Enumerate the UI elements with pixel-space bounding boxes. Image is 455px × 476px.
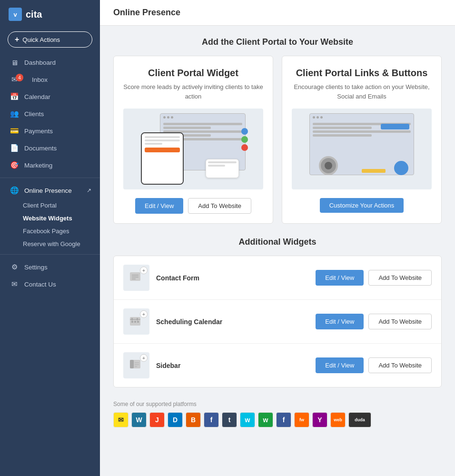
scheduling-calendar-add-button[interactable]: Add To Website	[368, 314, 432, 329]
scheduling-calendar-edit-button[interactable]: Edit / View	[316, 314, 364, 329]
card1-edit-button[interactable]: Edit / View	[135, 198, 183, 214]
contact-icon: ✉	[10, 280, 19, 288]
sidebar-item-online-presence[interactable]: 🌐 Online Presence ↗	[0, 182, 100, 199]
contact-form-actions: Edit / View Add To Website	[316, 270, 432, 286]
platforms-icons-row: ✉ W J D B f t w w f fw Y web duda	[113, 412, 442, 427]
sidebar-item-label: Settings	[24, 264, 48, 271]
platform-webcreate: web	[330, 412, 346, 427]
online-presence-subnav: Client Portal Website Widgets Facebook P…	[0, 199, 100, 250]
sidebar-item-label: Documents	[24, 145, 57, 152]
sidebar-item-label: Marketing	[24, 162, 52, 169]
contact-form-edit-button[interactable]: Edit / View	[316, 270, 364, 286]
logo: v cita	[0, 0, 100, 29]
svg-rect-12	[130, 360, 134, 368]
content-area: Add the Client Portal to Your Website Cl…	[100, 26, 455, 448]
platform-drupal: D	[168, 412, 183, 427]
platforms-section: Some of our supported platforms ✉ W J D …	[113, 401, 442, 427]
scheduling-calendar-icon: +	[123, 308, 149, 335]
sidebar-widget-icon: +	[123, 352, 149, 378]
svg-rect-9	[134, 321, 136, 323]
main-section-title: Add the Client Portal to Your Website	[113, 37, 442, 47]
platform-tumblr: t	[222, 412, 237, 427]
page-header: Online Presence	[100, 0, 455, 26]
widget-row-scheduling-calendar: + Scheduling Calendar Edit / View Add To…	[114, 300, 441, 344]
logo-icon: v	[9, 8, 22, 21]
card1-description: Score more leads by actively inviting cl…	[123, 82, 263, 101]
card2-description: Encourage clients to take action on your…	[292, 82, 432, 101]
main-content: Online Presence Add the Client Portal to…	[100, 0, 455, 476]
sidebar-widget-edit-button[interactable]: Edit / View	[316, 357, 364, 373]
subnav-client-portal[interactable]: Client Portal	[23, 199, 100, 212]
nav-divider-2	[0, 254, 100, 255]
platform-wordpress: W	[131, 412, 147, 427]
platform-facebook2: f	[276, 412, 291, 427]
platform-freewebs: fw	[294, 412, 309, 427]
widget-name-sidebar: Sidebar	[156, 362, 309, 369]
sidebar-item-label: Clients	[24, 110, 44, 118]
sidebar: v cita + Quick Actions 🖥 Dashboard ✉ 4 I…	[0, 0, 100, 476]
clients-icon: 👥	[10, 109, 19, 118]
sidebar-item-contact-us[interactable]: ✉ Contact Us	[0, 276, 100, 293]
card1-add-button[interactable]: Add To Website	[188, 198, 251, 214]
portal-cards-row: Client Portal Widget Score more leads by…	[113, 56, 442, 224]
sidebar-item-marketing[interactable]: 🎯 Marketing	[0, 157, 100, 174]
sidebar-item-inbox[interactable]: ✉ 4 Inbox	[0, 71, 100, 88]
page-title: Online Presence	[113, 8, 442, 18]
svg-rect-0	[130, 272, 140, 281]
main-nav: 🖥 Dashboard ✉ 4 Inbox 📅 Calendar 👥 Clien…	[0, 54, 100, 293]
sidebar-item-clients[interactable]: 👥 Clients	[0, 105, 100, 122]
svg-rect-7	[137, 318, 138, 320]
sidebar-item-label: Dashboard	[24, 59, 56, 66]
widget-name-scheduling-calendar: Scheduling Calendar	[156, 318, 309, 326]
widget-row-contact-form: + Contact Form Edit / View Add To Websit…	[114, 256, 441, 300]
subnav-facebook-pages[interactable]: Facebook Pages	[23, 225, 100, 238]
card1-actions: Edit / View Add To Website	[123, 198, 263, 214]
card2-actions: Customize Your Actions	[292, 198, 432, 213]
platform-webs: w	[258, 412, 273, 427]
sidebar-item-documents[interactable]: 📄 Documents	[0, 139, 100, 157]
platform-joomla: J	[149, 412, 165, 427]
widget-name-contact-form: Contact Form	[156, 274, 309, 282]
additional-section-title: Additional Widgets	[113, 237, 442, 247]
sidebar-widget-actions: Edit / View Add To Website	[316, 357, 432, 373]
subnav-reserve-google[interactable]: Reserve with Google	[23, 238, 100, 250]
sidebar-item-payments[interactable]: 💳 Payments	[0, 122, 100, 139]
inbox-badge: 4	[16, 74, 23, 81]
widget-row-sidebar: + Sidebar Edit / View Add To Website	[114, 344, 441, 387]
sidebar-widget-add-button[interactable]: Add To Website	[368, 357, 432, 373]
scheduling-calendar-actions: Edit / View Add To Website	[316, 314, 432, 329]
marketing-icon: 🎯	[10, 161, 19, 169]
svg-rect-8	[131, 321, 133, 323]
platform-facebook: f	[204, 412, 219, 427]
additional-widgets-section: + Contact Form Edit / View Add To Websit…	[113, 256, 442, 387]
sidebar-item-label: Online Presence	[24, 187, 72, 194]
svg-rect-10	[137, 321, 139, 323]
platform-yola: Y	[312, 412, 327, 427]
card2-title: Client Portal Links & Buttons	[296, 68, 428, 79]
sidebar-item-label: Calendar	[24, 93, 50, 100]
quick-actions-button[interactable]: + Quick Actions	[8, 31, 92, 48]
sidebar-item-label: Inbox	[32, 76, 48, 83]
sidebar-item-settings[interactable]: ⚙ Settings	[0, 258, 100, 276]
platforms-label: Some of our supported platforms	[113, 401, 442, 407]
nav-divider	[0, 178, 100, 178]
card2-image	[292, 109, 432, 189]
svg-rect-6	[131, 318, 133, 320]
platform-weebly: w	[240, 412, 255, 427]
documents-icon: 📄	[10, 144, 19, 152]
card1-image	[123, 109, 263, 189]
platform-mailchimp: ✉	[113, 412, 129, 427]
external-link-icon: ↗	[87, 187, 91, 194]
card2-customize-button[interactable]: Customize Your Actions	[320, 198, 404, 213]
card1-title: Client Portal Widget	[148, 68, 238, 79]
settings-icon: ⚙	[10, 263, 19, 271]
plus-icon: +	[15, 35, 19, 44]
sidebar-item-label: Payments	[24, 128, 53, 135]
quick-actions-label: Quick Actions	[22, 36, 60, 43]
subnav-website-widgets[interactable]: Website Widgets	[23, 212, 100, 225]
sidebar-item-calendar[interactable]: 📅 Calendar	[0, 88, 100, 105]
contact-form-add-button[interactable]: Add To Website	[368, 270, 432, 286]
logo-text: cita	[26, 9, 42, 20]
sidebar-item-label: Contact Us	[24, 281, 56, 288]
sidebar-item-dashboard[interactable]: 🖥 Dashboard	[0, 54, 100, 71]
